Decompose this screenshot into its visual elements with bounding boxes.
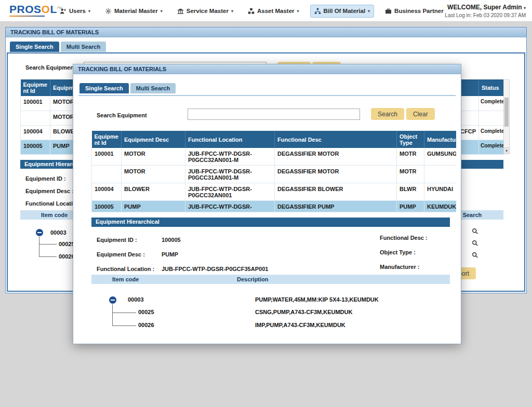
cell-id[interactable]: 100001: [92, 148, 122, 166]
collapse-node-icon[interactable]: [109, 296, 116, 304]
cell-id[interactable]: [21, 111, 50, 125]
cell-status[interactable]: [479, 111, 504, 125]
cell-manufacturer[interactable]: KEUMDUK: [424, 201, 457, 212]
equipment-row-selected[interactable]: 100005 PUMP JUB-FPCC-WTP-DGSR- DEGASSIFI…: [92, 201, 457, 212]
field-equipment-desc: Equipment Desc :PUMP: [97, 249, 178, 259]
tree-item-code[interactable]: 00026: [59, 253, 75, 260]
tree-item-code[interactable]: 00003: [50, 229, 66, 236]
cell-status[interactable]: Completed: [479, 125, 504, 140]
tab-multi-search[interactable]: Multi Search: [61, 42, 106, 52]
col-equipment-id: Equipment Id: [21, 79, 50, 96]
logo-text-s: S: [34, 3, 42, 15]
cell-manufacturer[interactable]: HYUNDAI: [424, 183, 457, 201]
search-magnifier-icon[interactable]: [472, 252, 478, 259]
user-plus-icon: [60, 8, 66, 15]
nav-item-business-partner[interactable]: Business Partner: [381, 5, 447, 17]
modal-search-button[interactable]: Search: [371, 108, 404, 120]
page-tabs: Single Search Multi Search: [10, 42, 106, 52]
user-box: WELCOME, Super Admin ▾ Last Log in: Feb …: [445, 4, 526, 18]
cell-id[interactable]: 100004: [21, 125, 50, 140]
modal-equipment-hierarchical-bar: Equipment Hierarchical: [91, 218, 450, 227]
nav-item-asset-master[interactable]: Asset Master ▾: [244, 5, 303, 17]
cell-manufacturer[interactable]: [424, 166, 457, 183]
cell-id[interactable]: 100005: [92, 201, 122, 212]
user-menu[interactable]: WELCOME, Super Admin ▾: [445, 4, 526, 11]
item-code-header: Item code: [112, 276, 139, 282]
modal-table-wrap: Equipment Id Equipment Desc Functional L…: [91, 131, 456, 212]
nav-item-label: Users: [69, 8, 86, 14]
nav-item-label: Service Master: [187, 8, 229, 14]
cell-functional-desc[interactable]: DEGASSIFIER PUMP: [275, 201, 397, 212]
functional-location-label: Functional Location :: [97, 266, 162, 272]
cell-desc[interactable]: MOTOR: [122, 148, 185, 166]
equipment-id-label: Equipment ID :: [97, 237, 162, 243]
field-functional-location: Functional Location :JUB-FPCC-WTP-DGSR-P…: [97, 264, 268, 273]
caret-down-icon: ▾: [524, 6, 526, 10]
tab-single-search[interactable]: Single Search: [10, 42, 59, 52]
caret-down-icon: ▾: [368, 9, 370, 13]
cell-object-type[interactable]: MOTR: [397, 166, 424, 183]
tree-item-code[interactable]: 00003: [128, 296, 144, 303]
modal-clear-button[interactable]: Clear: [406, 108, 435, 120]
tab-underline: [78, 95, 456, 96]
cell-functional-location[interactable]: JUB-FPCC-WTP-DGSR-P0GCC32AN001-M: [185, 148, 275, 166]
nav-item-users[interactable]: Users ▾: [56, 5, 94, 17]
cell-functional-location[interactable]: JUB-FPCC-WTP-DGSR-P0GCC32AN001: [185, 183, 275, 201]
modal-search-equipment-input[interactable]: [188, 108, 360, 120]
gear-icon: [105, 8, 112, 15]
cell-manufacturer[interactable]: GUMSUNG: [424, 148, 457, 166]
cell-desc[interactable]: PUMP: [122, 201, 185, 212]
scrollbar-thumb[interactable]: [504, 98, 509, 127]
modal-tab-multi-search[interactable]: Multi Search: [130, 83, 176, 93]
tree-item-code[interactable]: 00026: [138, 322, 154, 328]
bank-icon: [177, 8, 184, 15]
search-magnifier-icon[interactable]: [472, 240, 478, 247]
equipment-row[interactable]: MOTOR JUB-FPCC-WTP-DGSR-P0GCC31AN001-M D…: [92, 166, 457, 183]
col-equipment-id: Equipment Id: [92, 131, 122, 148]
cell-id[interactable]: 100005: [21, 140, 50, 154]
cell-functional-location[interactable]: JUB-FPCC-WTP-DGSR-: [185, 201, 275, 212]
nav-item-bill-of-material[interactable]: Bill Of Material ▾: [310, 5, 375, 18]
item-code-header: Item code: [41, 212, 68, 218]
cell-status[interactable]: Completed: [479, 96, 504, 111]
nav-item-label: Bill Of Material: [324, 8, 366, 14]
nav-item-label: Business Partner: [394, 8, 444, 14]
cell-object-type[interactable]: PUMP: [397, 201, 424, 212]
prosol-logo[interactable]: PROSOLTM: [9, 2, 62, 17]
logo-text-pro: PRO: [9, 3, 34, 15]
nav-item-material-master[interactable]: Material Master ▾: [101, 5, 166, 17]
cell-id[interactable]: 100004: [92, 183, 122, 201]
tree-item-code[interactable]: 00025: [59, 241, 75, 247]
cell-functional-desc[interactable]: DEGASSIFIER MOTOR: [275, 148, 397, 166]
equipment-row[interactable]: 100001 MOTOR JUB-FPCC-WTP-DGSR-P0GCC32AN…: [92, 148, 457, 166]
cell-id[interactable]: [92, 166, 122, 183]
caret-down-icon: ▾: [161, 9, 163, 13]
table-vertical-scrollbar[interactable]: ▾: [503, 79, 510, 154]
cell-functional-desc[interactable]: DEGASSIFIER MOTOR: [275, 166, 397, 183]
equipment-desc-label: Equipment Desc :: [97, 251, 162, 257]
cell-object-type[interactable]: MOTR: [397, 148, 424, 166]
object-type-label: Object Type :: [380, 249, 416, 255]
cell-object-type[interactable]: BLWR: [397, 183, 424, 201]
search-magnifier-icon[interactable]: [472, 228, 478, 235]
cell-id[interactable]: 100001: [21, 96, 50, 111]
description-header: Description: [237, 276, 269, 282]
nav-item-service-master[interactable]: Service Master ▾: [174, 5, 237, 17]
scrollbar-down-arrow[interactable]: ▾: [504, 147, 509, 154]
tree-connector: [39, 244, 57, 245]
logo-tagline-bar: [9, 16, 45, 17]
cell-status[interactable]: Completed: [479, 140, 504, 154]
caret-down-icon: ▾: [231, 9, 233, 13]
modal-tab-single-search[interactable]: Single Search: [79, 83, 129, 93]
modal-search-equipment-label: Search Equipment: [97, 112, 147, 118]
equipment-row[interactable]: 100004 BLOWER JUB-FPCC-WTP-DGSR-P0GCC32A…: [92, 183, 457, 201]
briefcase-icon: [385, 8, 392, 15]
tree-item-code[interactable]: 00025: [138, 309, 154, 315]
cell-functional-desc[interactable]: DEGASSIFIER BLOWER: [275, 183, 397, 201]
cell-desc[interactable]: MOTOR: [122, 166, 185, 183]
collapse-node-icon[interactable]: [36, 229, 43, 236]
main-menu: Users ▾ Material Master ▾ Service Master…: [56, 0, 447, 22]
cell-desc[interactable]: BLOWER: [122, 183, 185, 201]
col-manufacturer: Manufacturer: [424, 131, 457, 148]
cell-functional-location[interactable]: JUB-FPCC-WTP-DGSR-P0GCC31AN001-M: [185, 166, 275, 183]
